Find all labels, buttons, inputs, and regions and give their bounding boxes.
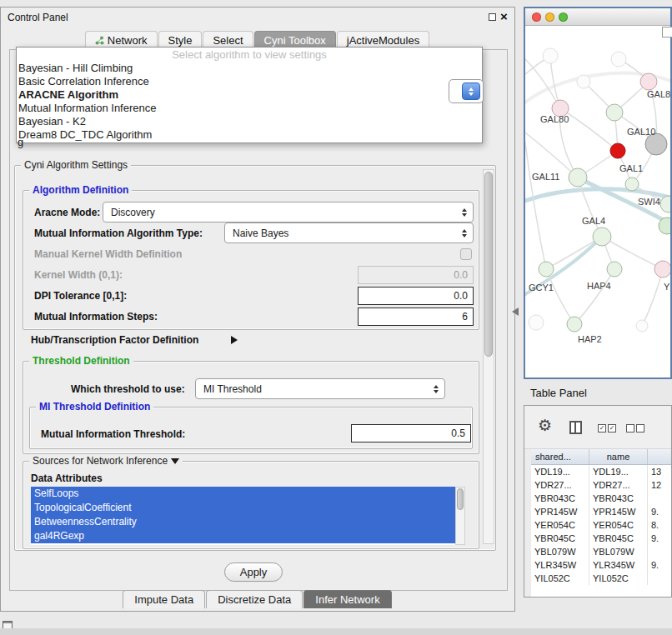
scrollbar-thumb[interactable] xyxy=(457,488,464,510)
table-row[interactable]: YER054CYER054C8. xyxy=(531,518,671,532)
algorithm-definition-title: Algorithm Definition xyxy=(29,184,132,196)
gear-icon[interactable]: ⚙ xyxy=(538,417,552,435)
data-attributes-list[interactable]: SelfLoopsTopologicalCoefficientBetweenne… xyxy=(31,487,455,545)
node-label: HAP2 xyxy=(578,334,602,344)
network-node[interactable] xyxy=(567,317,582,332)
table-row[interactable]: YLR345WYLR345W9. xyxy=(531,558,671,572)
scrollbar-thumb[interactable] xyxy=(484,172,493,357)
table-cell: YER054C xyxy=(589,518,648,532)
table-row[interactable]: YIL052CYIL052C xyxy=(531,572,671,585)
apply-button[interactable]: Apply xyxy=(224,562,283,582)
threshold-definition-title: Threshold Definition xyxy=(29,355,133,367)
settings-scrollbar[interactable] xyxy=(483,169,494,544)
table-row[interactable]: YDR27...YDR27...12 xyxy=(531,478,671,492)
network-node[interactable] xyxy=(611,52,626,67)
data-attribute-item[interactable]: gal4RGexp xyxy=(31,529,455,543)
table-row[interactable]: YPR145WYPR145W9. xyxy=(531,505,671,518)
data-attribute-item[interactable]: TopologicalCoefficient xyxy=(31,501,455,515)
checked-box-icon: ✓ xyxy=(608,424,616,432)
network-node[interactable] xyxy=(577,75,590,88)
data-attributes-label: Data Attributes xyxy=(31,472,103,484)
bottom-tab-discretize-data[interactable]: Discretize Data xyxy=(206,590,303,608)
mi-threshold-group-title: MI Threshold Definition xyxy=(36,401,153,412)
network-node[interactable] xyxy=(654,261,670,278)
dpi-tolerance-field[interactable]: 0.0 xyxy=(358,287,474,305)
manual-kernel-checkbox[interactable] xyxy=(460,248,472,260)
network-node[interactable] xyxy=(625,178,639,191)
node-label: GAL80 xyxy=(540,114,569,124)
column-header-shared-[interactable]: shared... xyxy=(531,449,589,464)
select-all-icon[interactable]: ✓✓ xyxy=(598,424,616,432)
table-toolbar: ⚙ ✓✓ xyxy=(524,406,671,449)
combo-arrows-icon xyxy=(462,228,473,238)
splitter-collapse-icon[interactable] xyxy=(512,308,519,316)
network-node[interactable] xyxy=(569,168,587,187)
network-node[interactable] xyxy=(636,320,648,332)
float-window-icon[interactable] xyxy=(489,13,496,21)
network-node[interactable] xyxy=(660,196,670,212)
sources-title-text: Sources for Network Inference xyxy=(33,455,168,467)
network-window-titlebar[interactable] xyxy=(525,8,670,26)
data-attribute-item[interactable]: BetweennessCentrality xyxy=(31,515,455,529)
network-node[interactable] xyxy=(539,262,554,277)
tab-label: Network xyxy=(108,34,148,47)
mi-type-select[interactable]: Naive Bayes xyxy=(224,222,474,243)
tab-label: Select xyxy=(213,34,243,47)
algorithm-option[interactable]: ARACNE Algorithm xyxy=(17,88,482,102)
close-traffic-icon[interactable] xyxy=(532,12,541,22)
collapse-arrow-icon[interactable] xyxy=(171,458,179,464)
network-node[interactable] xyxy=(606,104,623,121)
zoom-traffic-icon[interactable] xyxy=(559,12,568,22)
network-node[interactable] xyxy=(607,262,622,277)
algorithm-option[interactable]: Mutual Information Inference xyxy=(17,102,482,115)
overview-box[interactable] xyxy=(662,27,672,38)
algorithm-option[interactable]: Dream8 DC_TDC Algorithm xyxy=(17,128,482,142)
kernel-width-label: Kernel Width (0,1): xyxy=(34,269,123,281)
algorithm-option[interactable]: Bayesian - Hill Climbing xyxy=(17,62,482,75)
sources-group-title: Sources for Network Inference xyxy=(29,455,183,467)
expander-arrow-icon[interactable] xyxy=(231,336,238,344)
network-canvas[interactable]: GAL8GAL80GAL10GAL11GAL1SWI4GAL4GCY1HAP4Y… xyxy=(525,26,670,378)
algorithm-option[interactable]: Bayesian - K2 xyxy=(17,115,482,128)
columns-icon[interactable] xyxy=(569,421,582,434)
column-header-col2[interactable] xyxy=(648,449,672,464)
dropdown-prompt: Select algorithm to view settings xyxy=(17,48,482,62)
network-node[interactable] xyxy=(529,315,544,330)
table-row[interactable]: YBR045CYBR045C9. xyxy=(531,532,671,545)
attributes-list-scrollbar[interactable] xyxy=(455,487,465,545)
mi-threshold-field[interactable]: 0.5 xyxy=(351,424,471,442)
network-node[interactable] xyxy=(543,48,558,63)
table-cell: YBR043C xyxy=(589,492,648,505)
table-cell: YPR145W xyxy=(589,505,648,518)
mi-steps-field[interactable]: 6 xyxy=(358,308,474,326)
network-node[interactable] xyxy=(640,73,657,90)
table-row[interactable]: YBR043CYBR043C xyxy=(531,492,671,505)
table-row[interactable]: YDL19...YDL19...13 xyxy=(531,465,671,478)
manual-kernel-label: Manual Kernel Width Definition xyxy=(34,248,182,260)
network-edge xyxy=(525,142,546,269)
network-node[interactable] xyxy=(593,228,611,246)
combo-arrows-icon xyxy=(462,208,473,218)
table-cell: YIL052C xyxy=(589,572,648,585)
minimize-traffic-icon[interactable] xyxy=(545,12,554,22)
dropdown-items: Bayesian - Hill ClimbingBasic Correlatio… xyxy=(17,62,482,142)
table-cell: YDL19... xyxy=(531,465,589,478)
network-node[interactable] xyxy=(610,143,625,158)
algorithm-combobox[interactable] xyxy=(449,79,484,103)
bottom-strip xyxy=(0,628,672,635)
aracne-mode-value: Discovery xyxy=(111,207,155,218)
table-cell xyxy=(648,492,671,505)
aracne-mode-select[interactable]: Discovery xyxy=(103,202,474,222)
bottom-tab-infer-network[interactable]: Infer Network xyxy=(303,590,391,608)
kernel-width-field[interactable]: 0.0 xyxy=(358,266,474,284)
table-row[interactable]: YBL079WYBL079W xyxy=(531,545,671,558)
close-window-icon[interactable]: × xyxy=(500,9,508,23)
combo-spinner-icon xyxy=(462,82,480,100)
data-attribute-item[interactable]: SelfLoops xyxy=(31,487,455,501)
deselect-all-icon[interactable] xyxy=(626,424,644,432)
bottom-tab-impute-data[interactable]: Impute Data xyxy=(123,590,205,608)
which-threshold-select[interactable]: MI Threshold xyxy=(195,378,445,399)
column-header-name[interactable]: name xyxy=(589,449,648,464)
combo-arrows-icon xyxy=(434,384,444,394)
algorithm-option[interactable]: Basic Correlation Inference xyxy=(17,75,482,88)
